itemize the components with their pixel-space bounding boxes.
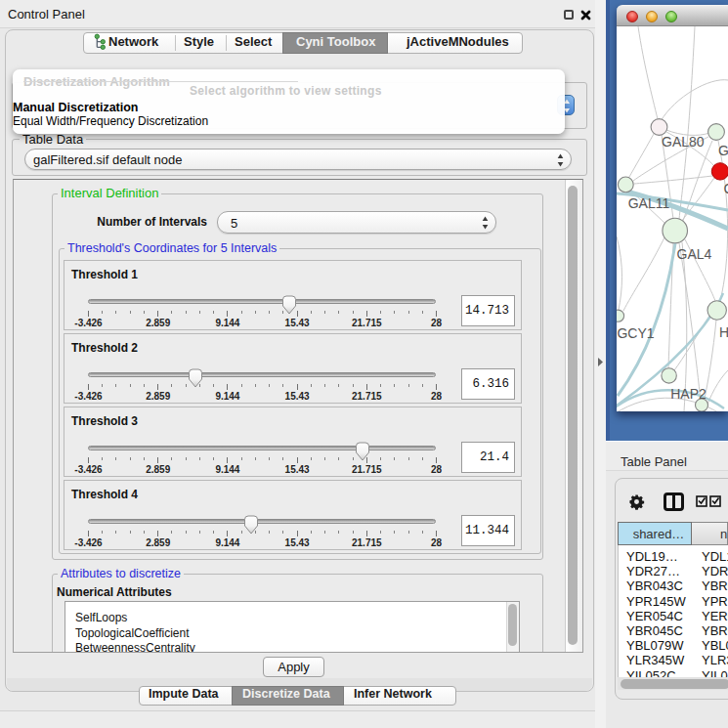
svg-text:GAL4: GAL4 (677, 246, 712, 262)
svg-text:H: H (719, 324, 728, 340)
svg-text:GA: GA (718, 143, 728, 158)
svg-text:GCY1: GCY1 (617, 325, 654, 341)
svg-text:HAP2: HAP2 (670, 386, 707, 402)
svg-text:GAL80: GAL80 (662, 134, 705, 150)
svg-text:GAL11: GAL11 (628, 195, 670, 211)
svg-text:C: C (724, 181, 728, 196)
